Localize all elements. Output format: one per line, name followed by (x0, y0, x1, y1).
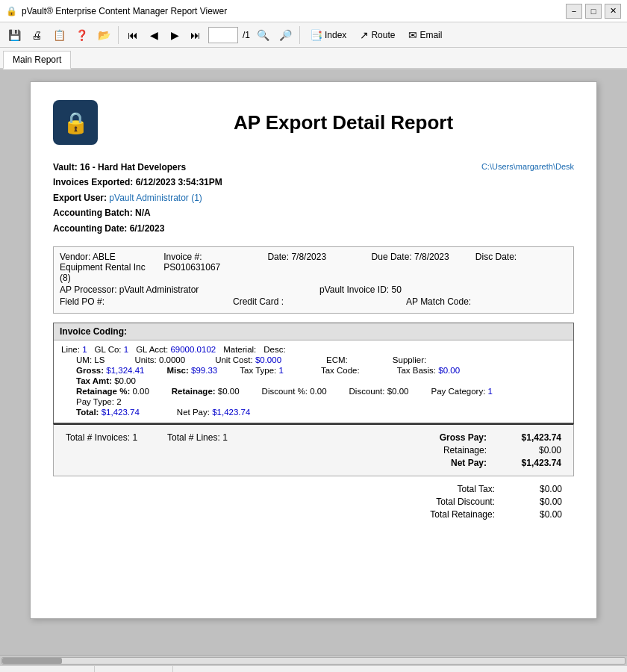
maximize-button[interactable]: □ (585, 4, 602, 19)
coding-header: Invoice Coding: (54, 323, 573, 340)
email-label: Email (419, 30, 442, 40)
gross: Gross: $1,324.41 (76, 366, 144, 375)
separator-1 (118, 26, 119, 44)
retainage-sum-value: $0.00 (494, 445, 561, 455)
toolbar-print-btn[interactable]: 🖨 (27, 25, 46, 45)
coding-row-total: Total: $1,423.74 Net Pay: $1,423.74 (61, 408, 566, 417)
retainage-pct: Retainage %: 0.00 (76, 387, 149, 396)
field-po: Field PO #: (60, 296, 221, 307)
meta-left: Vault: 16 - Hard Hat Developers Invoices… (53, 160, 481, 236)
route-label: Route (371, 30, 395, 40)
invoice-info-row-2: AP Processor: pVault Administrator pVaul… (60, 284, 567, 295)
line-label: Line: 1 (61, 345, 87, 354)
nav-prev-btn[interactable]: ◀ (144, 25, 163, 45)
units: Units: 0.0000 (134, 355, 185, 364)
coding-row-retainage: Retainage %: 0.00 Retainage: $0.00 Disco… (61, 387, 566, 396)
credit-card: Credit Card : (233, 296, 394, 307)
total-invoices: Total # Invoices: 1 (66, 432, 137, 443)
accounting-batch: Accounting Batch: N/A (53, 205, 481, 220)
tax-amt: Tax Amt: $0.00 (76, 376, 136, 385)
nav-controls: ⏮ ◀ ▶ ⏭ (123, 25, 205, 45)
pay-category: Pay Category: 1 (431, 387, 492, 396)
title-bar-left: 🔒 pVault® Enterprise Content Manager Rep… (6, 6, 227, 16)
pvault-invoice-id: pVault Invoice ID: 50 (319, 284, 567, 295)
page-input[interactable]: 1 (208, 27, 238, 43)
totals-section: Total # Invoices: 1 Total # Lines: 1 Gro… (53, 423, 574, 476)
logo-icon: 🔒 (63, 111, 89, 135)
unit-cost: Unit Cost: $0.000 (215, 355, 281, 364)
pay-type: Pay Type: 2 (76, 397, 122, 406)
grand-totals-grid: Total Tax: $0.00 Total Discount: $0.00 T… (405, 484, 562, 520)
email-button[interactable]: ✉ Email (403, 27, 447, 43)
scrollbar-track[interactable] (1, 657, 626, 665)
ecm: ECM: (326, 355, 348, 364)
report-header: 🔒 AP Export Detail Report (53, 100, 574, 145)
title-bar-controls: − □ ✕ (566, 4, 621, 19)
export-user: Export User: pVault Administrator (1) (53, 190, 481, 205)
app-icon: 🔒 (6, 6, 17, 16)
discount: Discount: $0.00 (349, 387, 409, 396)
separator-2 (299, 26, 300, 44)
gross-pay-label: Gross Pay: (412, 432, 487, 443)
coding-row-gross: Gross: $1,324.41 Misc: $99.33 Tax Type: … (61, 366, 566, 375)
discount-pct: Discount %: 0.00 (262, 387, 327, 396)
zoom-btn[interactable]: 🔎 (275, 25, 295, 45)
invoice-label: Invoice #: PS010631067 (163, 252, 255, 283)
material: Material: (223, 345, 256, 354)
status-bar: Current Page No.: 1 Total Page No.: 1 Zo… (0, 665, 627, 672)
total-tax-label: Total Tax: (405, 484, 495, 494)
invoice-coding: Invoice Coding: Line: 1 GL Co: 1 GL Acct… (53, 323, 574, 423)
report-page: 🔒 AP Export Detail Report Vault: 16 - Ha… (30, 81, 597, 619)
nav-last-btn[interactable]: ⏭ (186, 25, 205, 45)
toolbar-open-btn[interactable]: 📂 (94, 25, 113, 45)
retainage: Retainage: $0.00 (172, 387, 240, 396)
summary-grid: Gross Pay: $1,423.74 Retainage: $0.00 Ne… (412, 432, 561, 468)
scrollbar-thumb[interactable] (2, 658, 62, 664)
report-meta: Vault: 16 - Hard Hat Developers Invoices… (53, 160, 574, 236)
total-discount-label: Total Discount: (405, 497, 495, 507)
main-content[interactable]: 🔒 AP Export Detail Report Vault: 16 - Ha… (0, 69, 627, 655)
report-title: AP Export Detail Report (113, 111, 574, 134)
email-icon: ✉ (408, 29, 417, 41)
report-logo: 🔒 (53, 100, 98, 145)
tax-code: Tax Code: (321, 366, 360, 375)
invoice-info-row-3: Field PO #: Credit Card : AP Match Code: (60, 296, 567, 307)
minimize-button[interactable]: − (566, 4, 582, 19)
title-bar: 🔒 pVault® Enterprise Content Manager Rep… (0, 0, 627, 22)
vault-info: Vault: 16 - Hard Hat Developers (53, 160, 481, 175)
toolbar: 💾 🖨 📋 ❓ 📂 ⏮ ◀ ▶ ⏭ 1 /1 🔍 🔎 📑 Index ↗ Rou… (0, 22, 627, 48)
route-button[interactable]: ↗ Route (355, 27, 400, 43)
nav-next-btn[interactable]: ▶ (165, 25, 184, 45)
meta-row-1: Vault: 16 - Hard Hat Developers Invoices… (53, 160, 574, 236)
tabs-bar: Main Report (0, 48, 627, 69)
tax-type: Tax Type: 1 (240, 366, 284, 375)
total-retainage-label: Total Retainage: (405, 509, 495, 520)
toolbar-copy-btn[interactable]: 📋 (49, 25, 69, 45)
totals-row: Total # Invoices: 1 Total # Lines: 1 Gro… (66, 432, 561, 468)
total-tax-value: $0.00 (502, 484, 562, 494)
gross-pay-value: $1,423.74 (494, 432, 561, 443)
coding-row-line: Line: 1 GL Co: 1 GL Acct: 69000.0102 Mat… (61, 345, 566, 354)
search-btn[interactable]: 🔍 (253, 25, 272, 45)
disc-date-label: Disc Date: (475, 252, 567, 283)
net-pay-sum-label: Net Pay: (412, 458, 487, 468)
nav-first-btn[interactable]: ⏮ (123, 25, 143, 45)
total-lines: Total # Lines: 1 (167, 432, 228, 443)
toolbar-help-btn[interactable]: ❓ (72, 25, 91, 45)
toolbar-save-btn[interactable]: 💾 (4, 25, 24, 45)
misc: Misc: $99.33 (166, 366, 217, 375)
tab-main-report[interactable]: Main Report (3, 51, 71, 69)
vendor-label: Vendor: ABLE Equipment Rental Inc (8) (60, 252, 152, 283)
window-title: pVault® Enterprise Content Manager Repor… (22, 6, 227, 16)
horizontal-scrollbar[interactable] (0, 655, 627, 665)
coding-row-um: UM: LS Units: 0.0000 Unit Cost: $0.000 E… (61, 355, 566, 364)
total: Total: $1,423.74 (76, 408, 140, 417)
net-pay: Net Pay: $1,423.74 (177, 408, 250, 417)
ap-processor-label: AP Processor: pVault Administrator (60, 284, 308, 295)
index-button[interactable]: 📑 Index (305, 27, 352, 43)
route-icon: ↗ (360, 29, 369, 41)
coding-row-paytype: Pay Type: 2 (61, 397, 566, 406)
close-button[interactable]: ✕ (605, 4, 621, 19)
coding-row-taxamt: Tax Amt: $0.00 (61, 376, 566, 385)
accounting-date: Accounting Date: 6/1/2023 (53, 221, 481, 236)
